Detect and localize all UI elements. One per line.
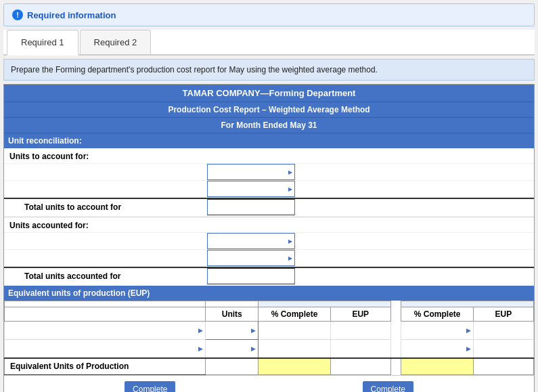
unit-account-input-2[interactable] <box>207 181 295 197</box>
eup-row2-dm-eup-cell[interactable] <box>330 340 390 359</box>
complete-buttons-row: Complete Complete <box>4 375 534 393</box>
instruction-bar: Prepare the Forming department's product… <box>3 59 535 81</box>
eup-total-units-cell[interactable] <box>206 358 259 374</box>
eup-row1-units-arrow: ▶ <box>251 327 256 334</box>
report-title-1: TAMAR COMPANY—Forming Department <box>4 85 534 102</box>
eup-total-conv-pct-cell <box>401 358 473 374</box>
eup-total-units-input[interactable] <box>206 360 258 373</box>
unit-accounted-row-1 <box>4 233 534 250</box>
unit-accounted-row-2 <box>4 250 534 267</box>
eup-row2-dm-pct-input[interactable] <box>259 342 330 355</box>
eup-spacer <box>390 301 401 307</box>
eup-row2-spacer <box>390 340 401 359</box>
eup-total-label: Equivalent Units of Production <box>5 358 206 374</box>
report-title-2: Production Cost Report – Weighted Averag… <box>4 102 534 118</box>
unit-accounted-field-1[interactable] <box>208 234 294 248</box>
unit-account-label-2 <box>4 187 207 191</box>
tab-required-1[interactable]: Required 1 <box>7 30 79 56</box>
eup-row2-arrow: ▶ <box>198 345 205 352</box>
eup-col-empty2 <box>206 301 259 307</box>
unit-recon-header: Unit reconciliation: <box>4 133 534 148</box>
units-accounted-for-label-row: Units accounted for: <box>4 219 534 233</box>
unit-accounted-input-2[interactable] <box>207 250 295 266</box>
eup-row1-label-cell: ▶ <box>5 322 206 340</box>
eup-row1-dm-eup-input[interactable] <box>331 324 390 337</box>
eup-dm-group-header <box>259 301 391 307</box>
eup-th-dm-eup: EUP <box>330 307 390 322</box>
eup-th-conv-pct: % Complete <box>401 307 473 322</box>
units-to-account-for-label-row: Units to account for: <box>4 150 534 164</box>
unit-account-field-2[interactable] <box>208 182 294 196</box>
eup-th-units: Units <box>206 307 259 322</box>
eup-row2-units-input[interactable] <box>206 342 258 355</box>
eup-header: Equivalent units of production (EUP) <box>4 286 534 301</box>
eup-conv-group-header <box>401 301 534 307</box>
total-accounted-for-field[interactable] <box>208 269 294 282</box>
eup-data-row-1: ▶ ▶ <box>5 322 534 340</box>
eup-total-dm-pct-cell <box>259 358 330 374</box>
eup-row1-arrow: ▶ <box>198 327 205 334</box>
eup-th-spacer2 <box>390 307 401 322</box>
unit-accounted-label-2 <box>4 256 207 260</box>
required-info-banner: ! Required information <box>3 3 535 26</box>
complete-button-1[interactable]: Complete <box>125 381 175 393</box>
total-accounted-for-label: Total units accounted for <box>4 269 207 283</box>
info-icon: ! <box>12 9 23 20</box>
eup-section: Units % Complete EUP % Complete EUP <box>4 301 534 375</box>
unit-account-row-2 <box>4 181 534 198</box>
eup-row1-conv-pct-cell[interactable]: ▶ <box>401 322 473 340</box>
total-accounted-for-row: Total units accounted for <box>4 267 534 284</box>
unit-account-input-1[interactable] <box>207 164 295 180</box>
unit-accounted-label-1 <box>4 239 207 243</box>
eup-row2-conv-eup-input[interactable] <box>474 342 533 355</box>
eup-row2-dm-pct-cell[interactable] <box>259 340 330 359</box>
eup-row2-units-cell[interactable]: ▶ <box>206 340 259 359</box>
eup-row1-conv-pct-input[interactable] <box>401 324 472 337</box>
eup-row1-spacer <box>390 322 401 340</box>
eup-row2-units-arrow: ▶ <box>251 345 256 352</box>
eup-row2-conv-arrow: ▶ <box>466 345 471 352</box>
total-account-for-label: Total units to account for <box>4 200 207 214</box>
eup-row1-units-cell[interactable]: ▶ <box>206 322 259 340</box>
eup-table: Units % Complete EUP % Complete EUP <box>4 301 534 375</box>
eup-total-dm-eup-input[interactable] <box>331 360 390 373</box>
eup-total-conv-eup-input[interactable] <box>474 360 533 373</box>
unit-accounted-input-1[interactable] <box>207 233 295 249</box>
report-container: TAMAR COMPANY—Forming Department Product… <box>3 84 535 392</box>
eup-row1-conv-arrow: ▶ <box>466 327 471 334</box>
eup-row1-conv-eup-input[interactable] <box>474 324 533 337</box>
eup-row2-label-cell: ▶ <box>5 340 206 359</box>
report-title-3: For Month Ended May 31 <box>4 118 534 133</box>
eup-row2-conv-pct-input[interactable] <box>401 342 472 355</box>
unit-account-row-1 <box>4 164 534 181</box>
total-account-for-input[interactable] <box>207 199 295 215</box>
eup-row1-units-input[interactable] <box>206 324 258 337</box>
eup-row2-conv-pct-cell[interactable]: ▶ <box>401 340 473 359</box>
eup-th-label <box>5 307 206 322</box>
eup-row1-dm-pct-cell[interactable] <box>259 322 330 340</box>
unit-account-field-1[interactable] <box>208 165 294 179</box>
total-accounted-for-input[interactable] <box>207 268 295 284</box>
unit-accounted-field-2[interactable] <box>208 251 294 265</box>
eup-row2-conv-eup-cell[interactable] <box>473 340 533 359</box>
eup-row1-dm-pct-input[interactable] <box>259 324 330 337</box>
eup-row1-dm-eup-cell[interactable] <box>330 322 390 340</box>
eup-row1-conv-eup-cell[interactable] <box>473 322 533 340</box>
units-to-account-label: Units to account for: <box>4 150 207 163</box>
eup-col-empty <box>5 301 206 307</box>
eup-row2-dm-eup-input[interactable] <box>331 342 390 355</box>
tab-required-2[interactable]: Required 2 <box>80 30 152 54</box>
eup-th-dm-pct: % Complete <box>259 307 330 322</box>
complete-button-2[interactable]: Complete <box>363 381 413 393</box>
eup-total-conv-eup-cell[interactable] <box>473 358 533 374</box>
total-account-for-row: Total units to account for <box>4 198 534 215</box>
total-account-for-field[interactable] <box>208 200 294 213</box>
tabs-container: Required 1 Required 2 <box>3 30 535 56</box>
eup-total-row: Equivalent Units of Production <box>5 358 534 374</box>
eup-total-dm-eup-cell[interactable] <box>330 358 390 374</box>
unit-account-label-1 <box>4 170 207 174</box>
banner-text: Required information <box>27 10 116 20</box>
units-accounted-label: Units accounted for: <box>4 219 207 232</box>
eup-data-row-2: ▶ ▶ <box>5 340 534 359</box>
eup-total-spacer <box>390 358 401 374</box>
